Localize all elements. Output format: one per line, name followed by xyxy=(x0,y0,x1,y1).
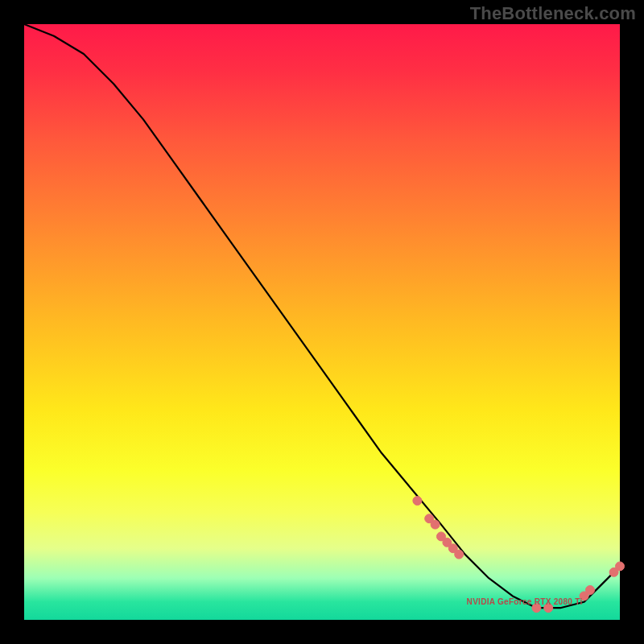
chart-svg: NVIDIA GeForce RTX 2080 Ti xyxy=(24,24,620,620)
marker-dot xyxy=(616,562,625,571)
bottleneck-curve xyxy=(24,24,620,608)
chart-stage: TheBottleneck.com NVIDIA GeForce RTX 208… xyxy=(0,0,644,644)
curve-label: NVIDIA GeForce RTX 2080 Ti xyxy=(467,597,583,606)
marker-dot xyxy=(431,520,440,529)
marker-dot xyxy=(413,497,422,506)
marker-group xyxy=(413,497,625,613)
marker-dot xyxy=(455,550,464,559)
watermark-text: TheBottleneck.com xyxy=(470,3,636,24)
plot-area: NVIDIA GeForce RTX 2080 Ti xyxy=(24,24,620,620)
marker-dot xyxy=(586,586,595,595)
